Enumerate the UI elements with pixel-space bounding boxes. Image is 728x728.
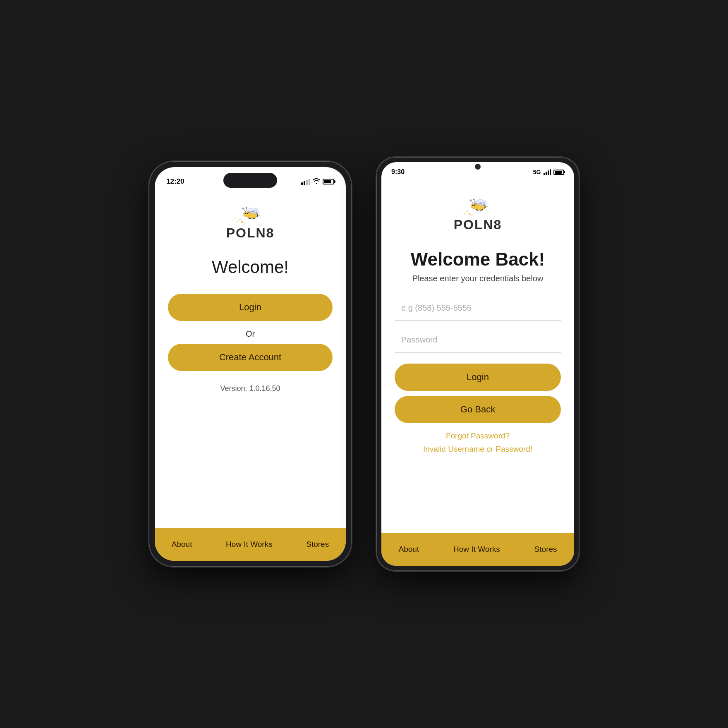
svg-point-30 [464, 213, 465, 214]
phones-container: 12:20 [149, 157, 579, 571]
android-nav-stores[interactable]: Stores [534, 545, 557, 554]
bee-logo-icon [234, 203, 267, 225]
welcome-back-title: Welcome Back! [411, 249, 545, 270]
svg-point-20 [472, 204, 474, 206]
phone-input[interactable] [395, 296, 561, 321]
svg-point-14 [241, 221, 243, 223]
android-battery-icon [553, 170, 564, 175]
android-nav-how-it-works[interactable]: How It Works [453, 545, 500, 554]
version-text: Version: 1.0.16.50 [220, 384, 280, 393]
svg-point-6 [242, 208, 244, 209]
signal-bars-icon [301, 179, 310, 185]
iphone-status-icons [301, 178, 334, 185]
svg-point-25 [473, 199, 475, 201]
svg-point-19 [471, 204, 477, 209]
nav-about[interactable]: About [172, 540, 192, 549]
battery-icon [323, 179, 334, 184]
svg-point-27 [479, 202, 486, 206]
iphone-screen: 12:20 [155, 167, 346, 561]
svg-point-2 [244, 212, 249, 217]
android-screen: 9:30 5G [381, 162, 574, 566]
android-logo-container: POLN8 [454, 194, 502, 232]
login-subtitle: Please enter your credentials below [412, 274, 544, 283]
iphone-logo-container: POLN8 [226, 203, 275, 241]
android-status-icons: 5G [533, 169, 564, 175]
svg-point-23 [470, 199, 472, 201]
5g-icon: 5G [533, 169, 541, 175]
android-bee-logo-icon [461, 194, 494, 217]
iphone-time: 12:20 [166, 177, 184, 186]
iphone-bottom-nav: About How It Works Stores [155, 528, 346, 561]
password-input[interactable] [395, 328, 561, 353]
svg-point-29 [467, 211, 468, 212]
create-account-button[interactable]: Create Account [168, 344, 333, 371]
nav-stores[interactable]: Stores [306, 540, 329, 549]
android-app-name: POLN8 [454, 217, 502, 232]
or-text: Or [246, 329, 255, 339]
svg-point-8 [246, 207, 247, 209]
svg-point-31 [469, 213, 471, 215]
svg-point-33 [471, 215, 472, 216]
android-login-button[interactable]: Login [395, 364, 561, 391]
android-bottom-nav: About How It Works Stores [381, 533, 574, 566]
iphone-frame: 12:20 [149, 161, 352, 567]
login-button[interactable]: Login [168, 294, 333, 321]
android-app-content: POLN8 Welcome Back! Please enter your cr… [381, 182, 574, 533]
iphone-app-name: POLN8 [226, 225, 275, 241]
go-back-button[interactable]: Go Back [395, 396, 561, 423]
svg-point-16 [244, 223, 245, 225]
wifi-icon [313, 178, 320, 185]
svg-point-32 [462, 210, 463, 211]
android-signal-icon [544, 169, 551, 175]
svg-point-3 [245, 213, 246, 214]
svg-point-10 [251, 211, 259, 214]
android-frame: 9:30 5G [376, 157, 579, 571]
android-nav-about[interactable]: About [398, 545, 419, 554]
svg-point-13 [237, 221, 238, 222]
dynamic-island [223, 173, 277, 188]
error-message: Invalid Username or Password! [423, 445, 532, 454]
front-camera-icon [475, 164, 481, 170]
iphone-app-content: POLN8 Welcome! Login Or Create Account V… [155, 190, 346, 528]
svg-point-12 [239, 219, 241, 220]
svg-point-21 [474, 204, 475, 206]
nav-how-it-works[interactable]: How It Works [226, 540, 273, 549]
svg-point-15 [235, 218, 236, 219]
svg-point-4 [247, 213, 248, 214]
android-time: 9:30 [391, 168, 405, 176]
welcome-title: Welcome! [212, 257, 289, 277]
forgot-password-link[interactable]: Forgot Password? [446, 431, 510, 441]
